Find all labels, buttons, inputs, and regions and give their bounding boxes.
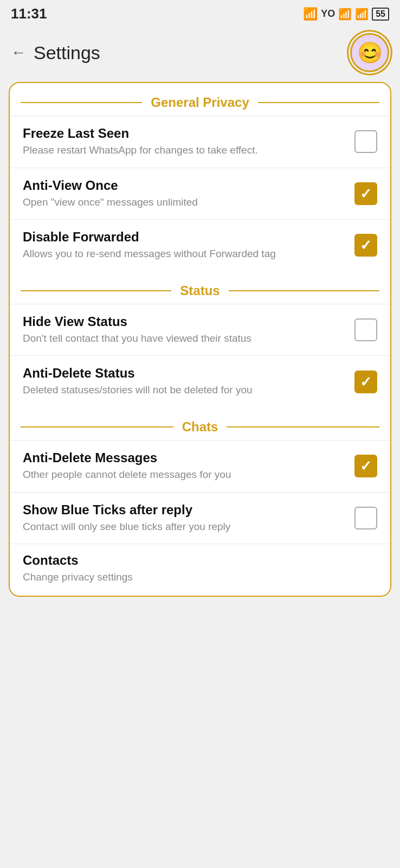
setting-desc-show-blue-ticks: Contact will only see blue ticks after y…	[23, 520, 346, 534]
section-header-chats: Chats	[10, 407, 390, 440]
section-title-general-privacy: General Privacy	[142, 95, 257, 110]
checkbox-hide-view-status[interactable]	[354, 318, 377, 341]
section-header-status: Status	[10, 271, 390, 304]
settings-card: General Privacy Freeze Last Seen Please …	[9, 82, 391, 597]
contacts-desc: Change privacy settings	[23, 570, 377, 585]
status-icons: 📶 YO 📶 📶 55	[303, 7, 389, 21]
section-title-status: Status	[171, 283, 228, 298]
section-line-right	[258, 102, 379, 103]
setting-disable-forwarded: Disable Forwarded Allows you to re-send …	[10, 219, 390, 271]
setting-desc-hide-view-status: Don't tell contact that you have viewed …	[23, 331, 346, 346]
battery-icon: 55	[372, 8, 389, 21]
back-button[interactable]: ←	[11, 44, 26, 61]
header-left: ← Settings	[11, 42, 100, 63]
signal-icon-1: YO	[321, 8, 335, 20]
setting-desc-anti-view-once: Open "view once" messages unlimited	[23, 195, 346, 210]
setting-hide-view-status: Hide View Status Don't tell contact that…	[10, 304, 390, 356]
contacts-section: Contacts Change privacy settings	[10, 544, 390, 590]
setting-title-freeze-last-seen: Freeze Last Seen	[23, 126, 346, 141]
setting-title-anti-delete-messages: Anti-Delete Messages	[23, 450, 346, 465]
section-line-status-left	[21, 290, 171, 291]
setting-text-hide-view-status: Hide View Status Don't tell contact that…	[23, 314, 354, 346]
section-line-chats-left	[21, 426, 173, 427]
setting-text-disable-forwarded: Disable Forwarded Allows you to re-send …	[23, 229, 354, 261]
setting-text-anti-delete-status: Anti-Delete Status Deleted statuses/stor…	[23, 366, 354, 398]
checkbox-anti-view-once[interactable]	[354, 182, 377, 205]
section-header-general-privacy: General Privacy	[10, 83, 390, 116]
setting-text-anti-view-once: Anti-View Once Open "view once" messages…	[23, 178, 354, 210]
setting-title-anti-delete-status: Anti-Delete Status	[23, 366, 346, 381]
section-line-status-right	[229, 290, 379, 291]
setting-desc-anti-delete-messages: Other people cannot delete messages for …	[23, 468, 346, 482]
page-title: Settings	[34, 42, 100, 63]
checkbox-anti-delete-status[interactable]	[354, 371, 377, 393]
checkbox-show-blue-ticks[interactable]	[354, 507, 377, 529]
setting-text-freeze-last-seen: Freeze Last Seen Please restart WhatsApp…	[23, 126, 354, 158]
setting-desc-disable-forwarded: Allows you to re-send messages without F…	[23, 247, 346, 261]
app-header: ← Settings 😊	[0, 25, 400, 82]
section-line-left	[21, 102, 142, 103]
setting-anti-view-once: Anti-View Once Open "view once" messages…	[10, 168, 390, 220]
setting-title-disable-forwarded: Disable Forwarded	[23, 229, 346, 245]
checkbox-freeze-last-seen[interactable]	[354, 130, 377, 153]
setting-anti-delete-messages: Anti-Delete Messages Other people cannot…	[10, 440, 390, 492]
checkbox-anti-delete-messages[interactable]	[354, 455, 377, 477]
setting-desc-anti-delete-status: Deleted statuses/stories will not be del…	[23, 383, 346, 398]
setting-text-anti-delete-messages: Anti-Delete Messages Other people cannot…	[23, 450, 354, 482]
setting-freeze-last-seen: Freeze Last Seen Please restart WhatsApp…	[10, 116, 390, 168]
setting-title-anti-view-once: Anti-View Once	[23, 178, 346, 193]
section-line-chats-right	[227, 426, 379, 427]
status-bar: 11:31 📶 YO 📶 📶 55	[0, 0, 400, 25]
signal-bars-icon: 📶	[338, 8, 352, 21]
signal-bars-2-icon: 📶	[355, 8, 369, 21]
setting-anti-delete-status: Anti-Delete Status Deleted statuses/stor…	[10, 355, 390, 407]
setting-title-show-blue-ticks: Show Blue Ticks after reply	[23, 502, 346, 518]
status-time: 11:31	[11, 5, 47, 22]
section-title-chats: Chats	[173, 419, 227, 435]
avatar[interactable]: 😊	[350, 33, 389, 72]
wifi-icon: 📶	[303, 7, 318, 21]
setting-show-blue-ticks: Show Blue Ticks after reply Contact will…	[10, 492, 390, 544]
checkbox-disable-forwarded[interactable]	[354, 234, 377, 257]
setting-text-show-blue-ticks: Show Blue Ticks after reply Contact will…	[23, 502, 354, 534]
avatar-emoji: 😊	[357, 41, 383, 65]
setting-title-hide-view-status: Hide View Status	[23, 314, 346, 329]
contacts-title: Contacts	[23, 553, 377, 568]
setting-desc-freeze-last-seen: Please restart WhatsApp for changes to t…	[23, 143, 346, 158]
